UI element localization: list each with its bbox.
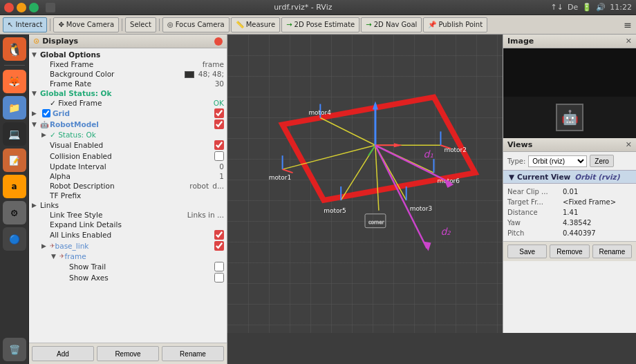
frame-item[interactable]: ▼ ✈ frame: [48, 251, 227, 261]
tf-prefix-item[interactable]: TF Prefix: [39, 191, 227, 200]
move-camera-button[interactable]: ✥ Move Camera: [53, 17, 119, 32]
robot-status-item[interactable]: ▶ ✓ Status: Ok: [39, 130, 227, 140]
svg-line-30: [375, 145, 427, 248]
grid-enabled-checkbox[interactable]: [214, 108, 224, 118]
text-editor-icon[interactable]: 📝: [3, 149, 26, 172]
link-tree-style-item[interactable]: Link Tree Style Links in ...: [39, 210, 227, 220]
interact-button[interactable]: ↖ Interact: [3, 17, 47, 32]
focus-camera-button[interactable]: ◎ Focus Camera: [162, 17, 230, 32]
pose-icon: →: [286, 21, 292, 28]
bluetooth-icon: De: [568, 3, 578, 12]
show-axes-checkbox[interactable]: [214, 273, 224, 282]
displays-buttons: Add Remove Rename: [29, 343, 227, 364]
current-view-header: ▼ Current View Orbit (rviz): [503, 170, 636, 184]
3d-viewport[interactable]: motor1 motor2 motor3 motor4 mot: [227, 35, 503, 333]
all-links-enabled-item[interactable]: All Links Enabled: [39, 229, 227, 240]
view-type-select[interactable]: Orbit (rviz): [528, 155, 587, 167]
svg-line-7: [375, 145, 379, 211]
svg-text:d₂: d₂: [440, 226, 451, 237]
collision-enabled-checkbox[interactable]: [214, 151, 224, 161]
main-toolbar: ↖ Interact ✥ Move Camera Select ◎ Focus …: [0, 15, 636, 35]
base-link-checkbox[interactable]: [214, 241, 224, 251]
fixed-frame-item[interactable]: Fixed Frame frame: [39, 59, 227, 69]
settings-icon[interactable]: ⚙️: [3, 201, 26, 224]
rename-view-button[interactable]: Rename: [592, 245, 632, 258]
base-link-item[interactable]: ▶ ✈ base_link: [39, 240, 227, 251]
interact-icon: ↖: [8, 21, 13, 28]
show-axes-item[interactable]: Show Axes: [58, 272, 227, 283]
remove-view-button[interactable]: Remove: [550, 245, 589, 258]
menu-button[interactable]: ≡: [622, 18, 633, 32]
trash-icon[interactable]: 🗑️: [3, 338, 26, 361]
visual-enabled-item[interactable]: Visual Enabled: [39, 140, 227, 151]
expand-link-details-item[interactable]: Expand Link Details: [39, 220, 227, 229]
publish-point-button[interactable]: 📌 Publish Point: [423, 17, 487, 32]
distance-row: Distance 1.41: [507, 207, 632, 218]
save-view-button[interactable]: Save: [507, 245, 547, 258]
fixed-frame-status-item[interactable]: ✓ Fixed Frame OK: [39, 98, 227, 108]
close-window-button[interactable]: [4, 3, 14, 12]
collision-enabled-item[interactable]: Collision Enabled: [39, 151, 227, 162]
displays-close-button[interactable]: [214, 37, 223, 46]
grid-item[interactable]: ▶ Grid: [29, 108, 227, 119]
svg-text:d₁: d₁: [424, 149, 433, 160]
near-clip-row: Near Clip ... 0.01: [507, 186, 632, 197]
views-type-row: Type: Orbit (rviz) Zero: [503, 152, 636, 170]
svg-line-2: [320, 117, 375, 145]
robot-icon: 🤖: [40, 121, 48, 128]
main-area: 🐧 🦊 📁 💻 📝 a ⚙️ 🔵 🗑️ ⊙ Displays: [0, 35, 636, 364]
robot-model-item[interactable]: ▼ 🤖 RobotModel: [29, 119, 227, 130]
svg-marker-31: [423, 242, 431, 251]
focus-icon: ◎: [167, 21, 174, 28]
robot-model-enabled-checkbox[interactable]: [214, 119, 224, 129]
publish-icon: 📌: [428, 21, 436, 28]
measure-icon: 📏: [236, 21, 244, 28]
image-close-button[interactable]: ✕: [626, 37, 632, 46]
background-color-item[interactable]: Background Color 48; 48;: [39, 69, 227, 79]
base-link-icon: ✈: [50, 242, 55, 249]
yaw-row: Yaw 4.38542: [507, 218, 632, 228]
svg-text:motor4: motor4: [308, 109, 331, 116]
views-properties: Near Clip ... 0.01 Target Fr... <Fixed F…: [503, 184, 636, 241]
global-options-item[interactable]: ▼ Global Options: [29, 50, 227, 59]
expand-icon: ▼: [32, 51, 40, 58]
remove-display-button[interactable]: Remove: [97, 346, 159, 361]
maximize-window-button[interactable]: [29, 3, 39, 12]
image-top-view: [503, 48, 636, 97]
image-panel: Image ✕ 🤖: [503, 35, 636, 138]
minimize-window-button[interactable]: [17, 3, 26, 12]
svg-text:motor2: motor2: [444, 146, 467, 153]
clock: 11:22: [610, 3, 632, 12]
displays-panel: ⊙ Displays ▼ Global Options Fixed Frame …: [29, 35, 227, 364]
robot-description-item[interactable]: Robot Description robot_d...: [39, 181, 227, 191]
views-close-button[interactable]: ✕: [626, 140, 632, 149]
rename-display-button[interactable]: Rename: [162, 346, 224, 361]
svg-text:motor3: motor3: [410, 205, 433, 212]
unity-icon[interactable]: 🔵: [3, 227, 26, 251]
files-icon[interactable]: 📁: [3, 96, 26, 119]
nav-goal-button[interactable]: → 2D Nav Goal: [361, 17, 422, 32]
views-panel: Views ✕ Type: Orbit (rviz) Zero ▼ Curren…: [503, 138, 636, 333]
all-links-checkbox[interactable]: [214, 230, 224, 240]
ubuntu-launcher-icon[interactable]: 🐧: [3, 37, 26, 61]
show-trail-item[interactable]: Show Trail: [58, 261, 227, 272]
pose-estimate-button[interactable]: → 2D Pose Estimate: [281, 17, 359, 32]
terminal-icon[interactable]: 💻: [3, 122, 26, 146]
measure-button[interactable]: 📏 Measure: [231, 17, 281, 32]
grid-checkbox[interactable]: [42, 109, 50, 117]
browser-icon[interactable]: 🦊: [3, 70, 26, 93]
global-status-item[interactable]: ▼ Global Status: Ok: [29, 88, 227, 98]
right-panel: Image ✕ 🤖 Views ✕: [503, 35, 636, 333]
amazon-icon[interactable]: a: [3, 175, 26, 198]
show-trail-checkbox[interactable]: [214, 262, 224, 271]
center-hub: [368, 102, 402, 156]
alpha-item[interactable]: Alpha 1: [39, 171, 227, 181]
visual-enabled-checkbox[interactable]: [214, 140, 224, 150]
frame-rate-item[interactable]: Frame Rate 30: [39, 79, 227, 88]
color-swatch: [185, 71, 194, 78]
zero-button[interactable]: Zero: [590, 155, 614, 167]
links-item[interactable]: ▶ Links: [29, 200, 227, 210]
add-display-button[interactable]: Add: [32, 346, 94, 361]
select-button[interactable]: Select: [125, 17, 156, 32]
update-interval-item[interactable]: Update Interval 0: [39, 162, 227, 171]
